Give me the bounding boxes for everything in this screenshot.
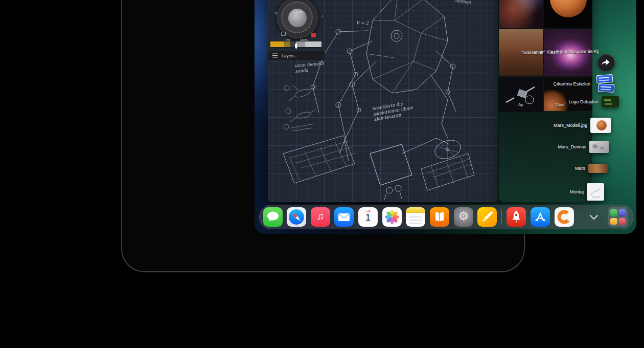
handwritten-note: V = 2 bbox=[356, 20, 369, 26]
dock-app-photos[interactable] bbox=[382, 207, 402, 227]
drag-item-row[interactable]: Mars_Modeli.jpg bbox=[526, 118, 611, 133]
dock-app-settings[interactable]: ⚙ bbox=[454, 207, 473, 227]
layers-panel-header[interactable]: Layers bbox=[268, 51, 325, 60]
palette-swatch[interactable] bbox=[305, 41, 321, 47]
ipad-screen-wallpaper: Konseptler_ma… ⠿ ✎ 59% 90° PRO ⇩ ⇧ ⚙ ? bbox=[255, 0, 636, 234]
open-in-files-bubble[interactable] bbox=[597, 54, 615, 72]
drag-item-label: Logo Detayları bbox=[537, 99, 599, 104]
mail-envelope-icon bbox=[334, 207, 354, 227]
dock-app-rocket[interactable] bbox=[507, 207, 526, 227]
drag-item-label: Mars_Modeli.jpg bbox=[526, 123, 587, 128]
montage-thumbnail bbox=[587, 183, 604, 201]
album-label[interactable]: Ay bbox=[518, 102, 523, 107]
safari-compass-icon bbox=[287, 207, 306, 227]
crop-icon[interactable] bbox=[281, 32, 286, 36]
settings-gear-icon: ⚙ bbox=[454, 209, 473, 223]
dock-collapse-chevron[interactable] bbox=[588, 211, 600, 223]
palette-selection-dot bbox=[295, 43, 297, 49]
logo-thumbnail bbox=[602, 96, 619, 107]
drag-item-row[interactable]: Mars bbox=[524, 164, 608, 173]
drag-item-row[interactable]: Logo Detayları bbox=[537, 96, 619, 107]
ipad-device: Konseptler_ma… ⠿ ✎ 59% 90° PRO ⇩ ⇧ ⚙ ? bbox=[121, 0, 525, 272]
messages-bubble-icon bbox=[263, 207, 283, 227]
dock-separator bbox=[501, 209, 502, 225]
rocket-icon bbox=[507, 207, 526, 227]
orange-c-icon bbox=[555, 207, 574, 227]
color-palette-strip[interactable] bbox=[270, 41, 321, 47]
dock-app-calendar[interactable]: Sal 1 bbox=[358, 207, 378, 227]
books-open-book-icon bbox=[430, 207, 449, 227]
concepts-app-window[interactable]: Konseptler_ma… ⠿ ✎ 59% 90° PRO ⇩ ⇧ ⚙ ? bbox=[268, 0, 498, 202]
dock-app-books[interactable] bbox=[430, 207, 449, 227]
photos-flower-icon bbox=[382, 207, 402, 227]
dock: ♫ Sal 1 bbox=[259, 205, 633, 229]
stickers-thumbnail bbox=[593, 74, 617, 94]
drag-item-label: Mars_Deimos bbox=[525, 144, 586, 149]
music-note-icon[interactable]: ♪ bbox=[321, 13, 324, 18]
dock-app-concepts[interactable] bbox=[555, 207, 574, 227]
drag-item-row[interactable]: Montaj bbox=[522, 183, 604, 201]
brush-icon[interactable]: ✎ bbox=[274, 11, 278, 16]
deimos-thumbnail bbox=[589, 141, 609, 153]
appstore-a-icon bbox=[531, 207, 550, 227]
drag-item-label: Montaj bbox=[522, 189, 584, 194]
mars-model-thumbnail bbox=[590, 118, 611, 133]
page-background: Konseptler_ma… ⠿ ✎ 59% 90° PRO ⇩ ⇧ ⚙ ? bbox=[0, 0, 644, 348]
record-badge-icon[interactable] bbox=[311, 33, 316, 37]
tool-wheel[interactable]: 1.6 1.6 pts 0% 100% ♪ ✎ bbox=[275, 0, 321, 40]
forward-arrow-icon bbox=[602, 59, 611, 67]
music-note-icon: ♫ bbox=[311, 210, 330, 222]
dock-app-messages[interactable] bbox=[263, 207, 283, 227]
dock-app-notes[interactable] bbox=[406, 207, 425, 227]
app-library-icon[interactable] bbox=[608, 207, 628, 227]
photo-mars[interactable] bbox=[544, 0, 592, 28]
dock-app-appstore[interactable] bbox=[531, 207, 550, 227]
drag-item-label: Çıkartma Eskizleri bbox=[529, 81, 590, 86]
layers-label: Layers bbox=[282, 53, 295, 58]
dock-app-drawing[interactable] bbox=[477, 207, 497, 227]
photo-nebula[interactable] bbox=[499, 0, 543, 28]
dock-app-safari[interactable] bbox=[287, 207, 306, 227]
dock-app-mail[interactable] bbox=[334, 207, 354, 227]
mars-planet-image bbox=[550, 0, 587, 17]
chevron-down-icon bbox=[590, 215, 598, 220]
drag-item-row[interactable]: Çıkartma Eskizleri bbox=[529, 74, 617, 94]
dock-app-music[interactable]: ♫ bbox=[311, 207, 330, 227]
stroke-size-label: 1.6 pts bbox=[277, 10, 319, 13]
drag-item-row[interactable]: Mars_Deimos bbox=[525, 141, 609, 153]
palette-swatch[interactable] bbox=[284, 41, 290, 47]
drag-item-label: Mars bbox=[524, 166, 585, 171]
layers-menu-icon bbox=[272, 55, 278, 56]
pen-icon bbox=[477, 207, 497, 227]
mars-strip-thumbnail bbox=[588, 164, 608, 173]
calendar-day: 1 bbox=[358, 212, 378, 223]
palette-swatch[interactable] bbox=[270, 41, 284, 47]
